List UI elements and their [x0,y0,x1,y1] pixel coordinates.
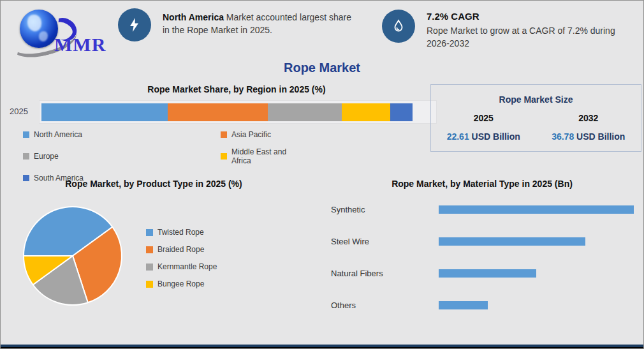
material-label: Steel Wire [323,237,439,246]
region-bar-segment [342,103,390,121]
product-pie-legend: Twisted RopeBraided RopeKernmantle RopeB… [146,228,217,288]
region-stacked-bar [41,103,413,121]
mmr-logo: MMR [15,7,129,58]
market-size-value: 36.78 USD Billion [536,131,641,142]
pie-legend-item: Braided Rope [146,245,217,254]
legend-label: Asia Pacific [231,130,271,139]
logo-text: MMR [54,34,106,56]
droplet-icon [382,10,415,43]
pie-legend-item: Kernmantle Rope [146,262,217,271]
legend-label: Middle East and Africa [231,147,297,165]
product-chart-title: Rope Market, by Product Type in 2025 (%) [17,179,291,189]
material-row: Natural Fibers [323,257,641,289]
market-size-columns: 2025 22.61 USD Billion 2032 36.78 USD Bi… [431,113,641,142]
region-legend-item: Asia Pacific [221,130,297,139]
region-legend-item: Europe [23,147,221,165]
lightning-icon [118,8,151,41]
region-bar-segment [168,103,268,121]
market-size-unit: USD Billion [469,131,520,142]
market-size-year: 2032 [536,113,641,123]
pie-legend-item: Bungee Rope [146,279,217,288]
market-size-number: 36.78 [552,131,574,142]
callout-text: 7.2% CAGR Rope Market to grow at a CAGR … [427,10,624,50]
infographic-page: MMR North America Market accounted large… [0,0,644,349]
callout-text: North America Market accounted largest s… [163,8,354,37]
market-size-title: Rope Market Size [431,94,641,105]
legend-label: North America [34,130,82,139]
material-bar [439,269,536,278]
region-legend-item: Middle East and Africa [221,147,297,165]
region-bar-segment [41,103,168,121]
market-size-col-2032: 2032 36.78 USD Billion [536,113,641,142]
market-size-value: 22.61 USD Billion [431,131,536,142]
region-bar-segment [268,103,342,121]
material-chart-title: Rope Market, by Material Type in 2025 (B… [323,179,641,189]
legend-swatch [146,264,153,271]
material-label: Others [323,301,439,310]
market-size-unit: USD Billion [574,131,625,142]
callout-bold-text: North America [163,12,224,22]
legend-swatch [23,131,29,138]
cagr-value: 7.2% CAGR [427,10,624,24]
callout-north-america: North America Market accounted largest s… [118,8,354,41]
legend-swatch [221,131,227,138]
material-row: Synthetic [323,193,641,225]
legend-swatch [221,153,227,160]
material-label: Synthetic [323,205,439,214]
market-size-year: 2025 [431,113,536,123]
page-title: Rope Market [1,61,643,75]
legend-label: Kernmantle Rope [157,262,217,271]
region-legend: North AmericaAsia PacificEuropeMiddle Ea… [23,130,297,182]
pie-legend-item: Twisted Rope [146,228,217,237]
market-size-number: 22.61 [447,131,469,142]
region-bar-segment [390,103,413,121]
callout-cagr: 7.2% CAGR Rope Market to grow at a CAGR … [382,10,637,50]
legend-swatch [23,153,29,160]
material-bar [439,205,634,214]
region-chart-title: Rope Market Share, by Region in 2025 (%) [36,84,437,94]
legend-swatch [146,281,153,288]
product-pie-chart [18,202,127,310]
bottom-border [1,345,643,348]
material-label: Natural Fibers [323,269,439,278]
legend-label: Twisted Rope [157,228,204,237]
material-row: Steel Wire [323,225,641,257]
legend-swatch [146,246,153,253]
region-row-label: 2025 [10,107,38,116]
region-legend-item: North America [23,130,221,139]
material-bar-chart: SyntheticSteel WireNatural FibersOthers [323,193,641,321]
market-size-col-2025: 2025 22.61 USD Billion [431,113,536,142]
material-bar [439,237,585,246]
legend-label: Europe [34,152,59,161]
market-size-box: Rope Market Size 2025 22.61 USD Billion … [430,84,641,152]
legend-label: Braided Rope [157,245,204,254]
material-bar [439,301,488,309]
legend-label: Bungee Rope [157,279,204,288]
material-row: Others [323,289,641,321]
cagr-description: Rope Market to grow at a CAGR of 7.2% du… [427,24,624,50]
legend-swatch [146,229,153,236]
